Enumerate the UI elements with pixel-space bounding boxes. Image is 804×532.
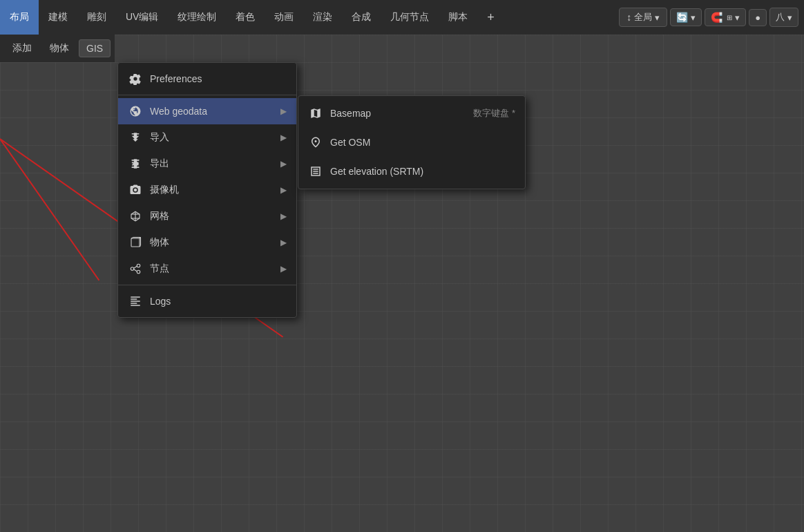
gis-dropdown-menu: Preferences Web geodata ▶ Basemap 数字键盘 * (117, 62, 297, 318)
mesh-icon (128, 209, 143, 224)
workspace-tab-sculpt[interactable]: 雕刻 (77, 0, 116, 35)
submenu-item-basemap[interactable]: Basemap 数字键盘 * (298, 99, 525, 128)
workspace-tab-animation[interactable]: 动画 (265, 0, 303, 35)
submenu-arrow-import: ▶ (280, 133, 287, 142)
submenu-item-get-elevation[interactable]: Get elevation (SRTM) (298, 157, 525, 186)
menu-item-camera[interactable]: 摄像机 ▶ (118, 177, 296, 203)
sync-icon: 🔄 (676, 12, 688, 23)
object-label: 物体 (150, 236, 274, 249)
svg-line-15 (134, 266, 137, 268)
submenu-arrow-web-geodata: ▶ (280, 106, 287, 116)
logs-label: Logs (150, 296, 287, 307)
workspace-tab-geometry-nodes[interactable]: 几何节点 (381, 0, 439, 35)
svg-point-14 (137, 270, 140, 274)
svg-text:↑: ↑ (131, 159, 134, 167)
svg-point-13 (137, 264, 140, 267)
submenu-arrow-mesh: ▶ (280, 211, 287, 221)
workspace-tab-scripting[interactable]: 脚本 (439, 0, 477, 35)
sort-icon: ↕ (626, 12, 631, 23)
workspace-tab-compositing[interactable]: 合成 (342, 0, 381, 35)
chevron-down-icon2: ▾ (735, 12, 740, 23)
view-mode-button[interactable]: 八 ▾ (769, 8, 798, 27)
node-icon: ⊞ (727, 14, 732, 21)
import-icon (128, 130, 143, 145)
workspace-tab-modeling[interactable]: 建模 (39, 0, 77, 35)
workspace-tab-shading[interactable]: 着色 (226, 0, 265, 35)
workspace-tab-render[interactable]: 渲染 (303, 0, 342, 35)
add-workspace-button[interactable]: + (480, 7, 501, 28)
separator-1 (118, 95, 296, 95)
node-icon (128, 261, 143, 276)
top-bar-right-controls: ↕ 全局 ▾ 🔄 ▾ 🧲 ⊞ ▾ ● 八 ▾ (619, 8, 804, 27)
svg-point-12 (131, 267, 134, 271)
export-label: 导出 (150, 158, 274, 170)
menu-item-preferences[interactable]: Preferences (118, 66, 296, 92)
submenu-item-get-osm[interactable]: Get OSM (298, 128, 525, 157)
get-elevation-label: Get elevation (SRTM) (330, 166, 515, 177)
basemap-shortcut: 数字键盘 * (473, 107, 515, 120)
svg-line-16 (134, 269, 137, 272)
dot-button[interactable]: ● (749, 9, 767, 26)
gis-menu-button[interactable]: GIS (79, 39, 111, 57)
add-menu-button[interactable]: 添加 (4, 38, 40, 59)
export-icon: ↑ (128, 156, 143, 171)
camera-icon (128, 182, 143, 198)
top-menu-bar: 布局 建模 雕刻 UV编辑 纹理绘制 着色 动画 渲染 合成 几何节点 脚本 +… (0, 0, 804, 35)
osm-icon (308, 135, 323, 150)
separator-2 (118, 285, 296, 285)
submenu-arrow-object: ▶ (280, 238, 287, 247)
basemap-label: Basemap (330, 108, 466, 119)
object-icon (128, 235, 143, 250)
get-osm-label: Get OSM (330, 137, 515, 148)
object-mode-bar: 添加 物体 GIS (0, 35, 115, 62)
chevron-down-icon: ▾ (691, 12, 696, 23)
mesh-label: 网格 (150, 210, 274, 222)
gear-icon (128, 71, 143, 86)
globe-icon (128, 104, 143, 119)
workspace-tab-layout[interactable]: 布局 (0, 0, 39, 35)
submenu-arrow-camera: ▶ (280, 185, 287, 195)
preferences-label: Preferences (150, 73, 287, 84)
magnet-icon: 🧲 (711, 12, 722, 23)
chevron-down-icon3: ▾ (787, 12, 792, 23)
object-menu-button[interactable]: 物体 (41, 38, 77, 59)
menu-item-web-geodata[interactable]: Web geodata ▶ Basemap 数字键盘 * Get (118, 98, 296, 124)
workspace-tab-uv[interactable]: UV编辑 (116, 0, 168, 35)
camera-label: 摄像机 (150, 184, 274, 196)
menu-item-node[interactable]: 节点 ▶ (118, 256, 296, 282)
menu-item-export[interactable]: ↑ 导出 ▶ (118, 151, 296, 177)
import-label: 导入 (150, 131, 274, 144)
svg-rect-5 (131, 238, 140, 247)
menu-item-import[interactable]: 导入 ▶ (118, 124, 296, 151)
submenu-arrow-node: ▶ (280, 264, 287, 274)
web-geodata-label: Web geodata (150, 106, 274, 117)
filled-circle-icon: ● (755, 12, 760, 23)
octagon-icon: 八 (776, 11, 785, 23)
basemap-icon (308, 106, 323, 121)
pin-button[interactable]: 🧲 ⊞ ▾ (705, 8, 746, 26)
menu-item-object[interactable]: 物体 ▶ (118, 229, 296, 256)
sync-button[interactable]: 🔄 ▾ (670, 8, 702, 26)
web-geodata-submenu: Basemap 数字键盘 * Get OSM Get elevation (SR (298, 95, 526, 189)
menu-item-logs[interactable]: Logs (118, 288, 296, 314)
dropdown-icon: ▾ (655, 12, 660, 23)
workspace-tab-texture-paint[interactable]: 纹理绘制 (168, 0, 226, 35)
node-label: 节点 (150, 263, 274, 275)
menu-item-mesh[interactable]: 网格 ▶ (118, 203, 296, 229)
sort-order-button[interactable]: ↕ 全局 ▾ (619, 8, 667, 27)
submenu-arrow-export: ▶ (280, 159, 287, 169)
logs-icon (128, 294, 143, 309)
elevation-icon (308, 164, 323, 179)
